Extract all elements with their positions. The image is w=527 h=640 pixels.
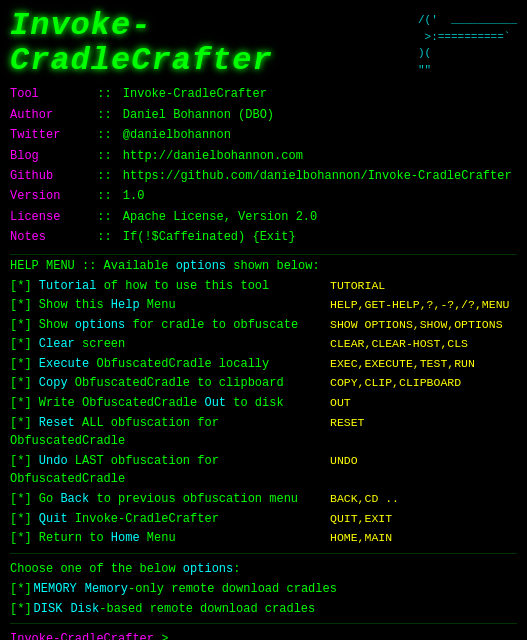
menu-row-write: [*] Write ObfuscatedCradle Out to disk O… (10, 394, 517, 414)
tool-value: Invoke-CradleCrafter (123, 84, 267, 104)
option-disk-key: DISK (34, 600, 63, 619)
notes-value: If(!$Caffeinated) {Exit} (123, 227, 296, 247)
prompt-cursor: _ (176, 632, 183, 640)
logo-line2: CradleCrafter (10, 43, 408, 78)
divider-1 (10, 254, 517, 255)
blog-label: Blog (10, 146, 90, 166)
option-memory-desc: Memory-only remote download cradles (85, 580, 337, 599)
version-label: Version (10, 186, 90, 206)
info-row-github: Github :: https://github.com/danielbohan… (10, 166, 517, 186)
github-value: https://github.com/danielbohannon/Invoke… (123, 166, 512, 186)
menu-row-back: [*] Go Back to previous obfuscation menu… (10, 490, 517, 510)
help-header: HELP MENU :: Available options shown bel… (10, 259, 517, 273)
twitter-label: Twitter (10, 125, 90, 145)
menu-row-reset: [*] Reset ALL obfuscation for Obfuscated… (10, 414, 517, 452)
choose-options-keyword: options (183, 562, 233, 576)
author-value: Daniel Bohannon (DBO) (123, 105, 274, 125)
info-row-notes: Notes :: If(!$Caffeinated) {Exit} (10, 227, 517, 247)
license-value: Apache License, Version 2.0 (123, 207, 317, 227)
info-row-version: Version :: 1.0 (10, 186, 517, 206)
options-keyword: options (176, 259, 226, 273)
divider-3 (10, 623, 517, 624)
menu-row-quit: [*] Quit Invoke-CradleCrafter QUIT,EXIT (10, 510, 517, 530)
option-row-disk: [*] DISK Disk-based remote download crad… (10, 600, 517, 619)
option-row-memory: [*] MEMORY Memory-only remote download c… (10, 580, 517, 599)
menu-row-execute: [*] Execute ObfuscatedCradle locally EXE… (10, 355, 517, 375)
menu-row-undo: [*] Undo LAST obfuscation for Obfuscated… (10, 452, 517, 490)
option-memory-key: MEMORY (34, 580, 77, 599)
option-disk-desc: Disk-based remote download cradles (70, 600, 315, 619)
info-row-twitter: Twitter :: @danielbohannon (10, 125, 517, 145)
divider-2 (10, 553, 517, 554)
twitter-value: @danielbohannon (123, 125, 231, 145)
tool-label: Tool (10, 84, 90, 104)
info-row-author: Author :: Daniel Bohannon (DBO) (10, 105, 517, 125)
logo-block: Invoke- CradleCrafter (10, 8, 408, 78)
app-container: Invoke- CradleCrafter /(' __________ >:=… (10, 8, 517, 640)
prompt-name: Invoke-CradleCrafter (10, 632, 154, 640)
logo-line1: Invoke- (10, 8, 408, 43)
info-row-blog: Blog :: http://danielbohannon.com (10, 146, 517, 166)
github-label: Github (10, 166, 90, 186)
blog-value: http://danielbohannon.com (123, 146, 303, 166)
menu-row-show-options: [*] Show options for cradle to obfuscate… (10, 316, 517, 336)
header: Invoke- CradleCrafter /(' __________ >:=… (10, 8, 517, 78)
menu-table: [*] Tutorial of how to use this tool TUT… (10, 277, 517, 549)
notes-label: Notes (10, 227, 90, 247)
choose-line: Choose one of the below options: (10, 562, 517, 576)
ascii-decoration: /(' __________ >:==========` )( "" (418, 8, 517, 78)
prompt-line: Invoke-CradleCrafter > _ (10, 632, 517, 640)
info-section: Tool :: Invoke-CradleCrafter Author :: D… (10, 84, 517, 247)
info-row-license: License :: Apache License, Version 2.0 (10, 207, 517, 227)
info-row-tool: Tool :: Invoke-CradleCrafter (10, 84, 517, 104)
author-label: Author (10, 105, 90, 125)
menu-row-tutorial: [*] Tutorial of how to use this tool TUT… (10, 277, 517, 297)
license-label: License (10, 207, 90, 227)
menu-row-home: [*] Return to Home Menu HOME,MAIN (10, 529, 517, 549)
menu-row-help: [*] Show this Help Menu HELP,GET-HELP,?,… (10, 296, 517, 316)
version-value: 1.0 (123, 186, 145, 206)
menu-row-clear: [*] Clear screen CLEAR,CLEAR-HOST,CLS (10, 335, 517, 355)
menu-row-copy: [*] Copy ObfuscatedCradle to clipboard C… (10, 374, 517, 394)
